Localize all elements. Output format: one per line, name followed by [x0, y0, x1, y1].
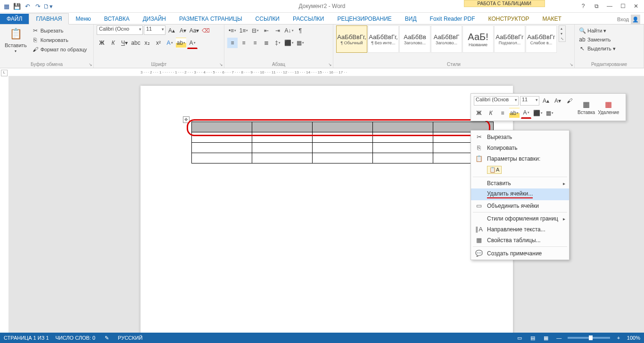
- style-item[interactable]: АаБ!Название: [462, 25, 494, 53]
- italic-button[interactable]: К: [108, 38, 118, 48]
- tab-review[interactable]: РЕЦЕНЗИРОВАНИЕ: [330, 14, 398, 24]
- ctx-copy[interactable]: ⎘Копировать: [471, 142, 569, 153]
- mini-font-select[interactable]: Calibri (Основ: [474, 96, 519, 106]
- save-icon[interactable]: 💾: [12, 1, 22, 11]
- font-color-button[interactable]: A: [187, 38, 198, 49]
- highlight-button[interactable]: ab: [176, 38, 186, 48]
- copy-button[interactable]: ⎘Копировать: [31, 36, 88, 44]
- style-item[interactable]: АаБбВвГг,¶ Без инте...: [368, 25, 399, 53]
- tab-insert[interactable]: ВСТАВКА: [98, 14, 136, 24]
- justify-button[interactable]: ≣: [261, 38, 272, 48]
- style-gallery[interactable]: АаБбВвГг,¶ ОбычныйАаБбВвГг,¶ Без инте...…: [336, 25, 557, 53]
- change-case-icon[interactable]: Aa▾: [189, 25, 199, 36]
- vertical-ruler[interactable]: [0, 76, 9, 333]
- undo-icon[interactable]: ↶: [23, 1, 32, 11]
- tab-pagelayout[interactable]: РАЗМЕТКА СТРАНИЦЫ: [173, 14, 249, 24]
- table-row[interactable]: [192, 143, 494, 153]
- numbering-button[interactable]: 1≡: [239, 25, 249, 36]
- show-marks-button[interactable]: ¶: [295, 25, 305, 36]
- underline-button[interactable]: Ч▾: [119, 38, 130, 48]
- font-launcher[interactable]: ↘: [219, 62, 223, 67]
- shrink-font-icon[interactable]: A▾: [178, 25, 188, 36]
- bold-button[interactable]: Ж: [97, 38, 107, 48]
- zoom-out-icon[interactable]: —: [554, 335, 564, 341]
- ctx-paste-option[interactable]: 📋A: [471, 164, 569, 176]
- sort-button[interactable]: A↓: [284, 25, 294, 36]
- ctx-merge-cells[interactable]: ▭Объединить ячейки: [471, 200, 569, 211]
- superscript-button[interactable]: x²: [153, 38, 164, 48]
- ctx-cut[interactable]: ✂Вырезать: [471, 131, 569, 142]
- clipboard-launcher[interactable]: ↘: [89, 62, 92, 67]
- mini-grow-font[interactable]: A▴: [541, 96, 551, 106]
- zoom-in-icon[interactable]: +: [614, 335, 623, 341]
- styles-launcher[interactable]: ↘: [570, 62, 573, 67]
- multilevel-button[interactable]: ⊟: [250, 25, 260, 36]
- shading-button[interactable]: ⬛: [284, 38, 294, 48]
- tab-mailings[interactable]: РАССЫЛКИ: [286, 14, 330, 24]
- table-move-handle[interactable]: ✥: [183, 116, 190, 123]
- horizontal-ruler[interactable]: 3 · · · 2 · · · 1 · · · · · · 1 · · · 2 …: [8, 68, 644, 76]
- redo-icon[interactable]: ↷: [33, 1, 42, 11]
- ctx-text-direction[interactable]: ∥AНаправление текста...: [471, 224, 569, 235]
- table-row[interactable]: [192, 153, 494, 163]
- grow-font-icon[interactable]: A▴: [166, 25, 177, 36]
- tab-file[interactable]: ФАЙЛ: [0, 14, 29, 24]
- cut-button[interactable]: ✂Вырезать: [31, 26, 88, 35]
- paragraph-launcher[interactable]: ↘: [328, 62, 332, 67]
- ctx-border-styles[interactable]: Стили оформления границ▸: [471, 213, 569, 224]
- mini-shading[interactable]: ⬛: [533, 108, 543, 118]
- status-language[interactable]: РУССКИЙ: [118, 335, 142, 341]
- view-read-icon[interactable]: ▭: [515, 335, 524, 341]
- tab-home[interactable]: ГЛАВНАЯ: [29, 13, 69, 24]
- paste-button[interactable]: 📋 Вставить ▾: [3, 25, 29, 54]
- ribbon-options-icon[interactable]: ⧉: [591, 1, 602, 11]
- style-item[interactable]: АаБбВвГг,¶ Обычный: [336, 25, 367, 53]
- style-item[interactable]: АаБбВвГгСлабое в...: [526, 25, 557, 53]
- line-spacing-button[interactable]: ‡: [272, 38, 283, 48]
- mini-align[interactable]: ≡: [497, 108, 508, 118]
- tab-foxit[interactable]: Foxit Reader PDF: [423, 14, 482, 24]
- status-words[interactable]: ЧИСЛО СЛОВ: 0: [56, 335, 96, 341]
- ctx-insert[interactable]: Вставить▸: [471, 178, 569, 188]
- mini-format-painter[interactable]: 🖌: [564, 96, 575, 106]
- tab-selector[interactable]: L: [1, 70, 8, 76]
- mini-shrink-font[interactable]: A▾: [553, 96, 563, 106]
- table-row[interactable]: [192, 132, 494, 143]
- subscript-button[interactable]: x₂: [142, 38, 152, 48]
- tab-design[interactable]: ДИЗАЙН: [136, 14, 173, 24]
- text-effects-button[interactable]: A: [165, 38, 175, 48]
- font-size-select[interactable]: 11: [144, 25, 165, 35]
- mini-delete-button[interactable]: ▦Удаление: [598, 100, 619, 115]
- align-center-button[interactable]: ≡: [239, 38, 249, 48]
- help-icon[interactable]: ?: [578, 1, 588, 11]
- view-print-icon[interactable]: ▤: [528, 335, 537, 341]
- maximize-icon[interactable]: ☐: [618, 1, 628, 11]
- status-page[interactable]: СТРАНИЦА 1 ИЗ 1: [4, 335, 49, 341]
- mini-insert-button[interactable]: ▦Вставка: [578, 100, 595, 115]
- format-painter-button[interactable]: 🖌Формат по образцу: [31, 45, 88, 54]
- replace-button[interactable]: abЗаменить: [578, 35, 641, 44]
- style-item[interactable]: АаБбВвГЗаголово...: [431, 25, 462, 53]
- status-zoom[interactable]: 100%: [627, 335, 640, 341]
- table-row[interactable]: [192, 122, 494, 132]
- style-scroll-down[interactable]: ▾: [559, 31, 565, 36]
- borders-button[interactable]: ▦: [295, 38, 305, 48]
- view-web-icon[interactable]: ▦: [541, 335, 551, 341]
- spellcheck-icon[interactable]: ✎: [102, 335, 111, 341]
- document-table[interactable]: [191, 122, 494, 163]
- tab-table-layout[interactable]: МАКЕТ: [536, 14, 568, 24]
- new-doc-icon[interactable]: 🗋▾: [43, 1, 53, 11]
- style-item[interactable]: АаБбВвЗаголово...: [399, 25, 430, 53]
- strike-button[interactable]: abc: [131, 38, 141, 48]
- mini-highlight[interactable]: ab: [509, 108, 520, 118]
- login-link[interactable]: Вход 👤: [617, 15, 640, 24]
- ctx-delete-cells[interactable]: Удалить ячейки...: [471, 188, 569, 200]
- align-right-button[interactable]: ≡: [250, 38, 260, 48]
- mini-borders[interactable]: ▦: [545, 108, 555, 118]
- font-name-select[interactable]: Calibri (Осно: [97, 25, 143, 35]
- page[interactable]: [140, 86, 513, 333]
- align-left-button[interactable]: ≡: [227, 38, 238, 48]
- mini-bold[interactable]: Ж: [474, 108, 484, 118]
- outdent-button[interactable]: ⇤: [261, 25, 272, 36]
- style-scroll-up[interactable]: ▴: [559, 26, 565, 31]
